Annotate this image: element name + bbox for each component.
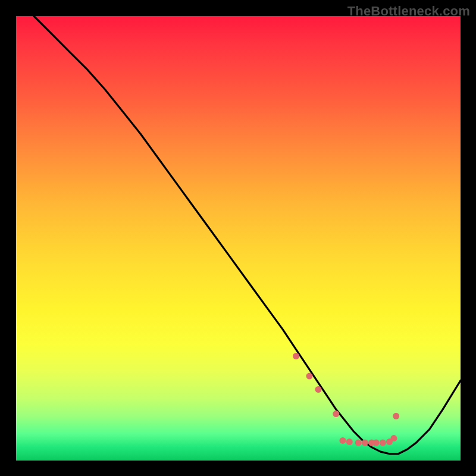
bottleneck-curve [34,16,461,454]
trough-dot [390,435,397,441]
trough-dot [380,440,386,446]
trough-dot [373,440,380,446]
trough-dot [340,437,346,444]
trough-dot [333,411,339,417]
chart-svg [16,16,461,461]
trough-dot [393,413,399,419]
trough-dot [315,386,322,393]
chart-frame: TheBottleneck.com [0,0,476,476]
plot-area [16,16,461,461]
trough-dot [293,353,299,359]
trough-dot [362,440,368,446]
trough-dot [346,439,353,445]
trough-dot [306,373,313,380]
trough-dot [355,440,362,446]
